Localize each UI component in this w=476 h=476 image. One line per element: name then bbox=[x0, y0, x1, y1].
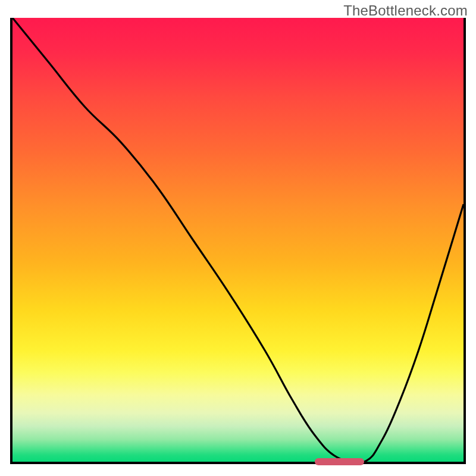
optimal-range-marker bbox=[315, 458, 364, 465]
bottleneck-curve-svg bbox=[12, 18, 464, 462]
bottleneck-curve-path bbox=[12, 18, 464, 462]
chart-frame bbox=[10, 18, 466, 464]
watermark-text: TheBottleneck.com bbox=[343, 2, 468, 19]
